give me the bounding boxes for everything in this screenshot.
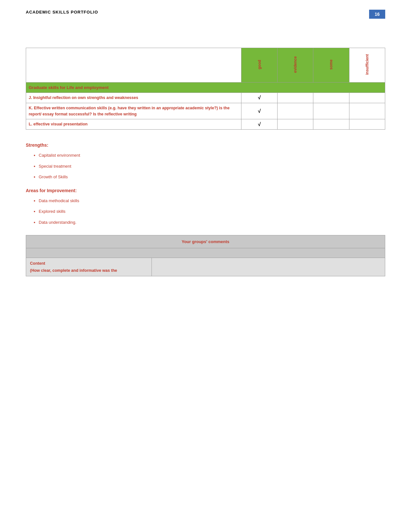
document-title: ACADEMIC SKILLS PORTFOLIO (26, 10, 98, 15)
list-item: Special treatment (39, 163, 385, 170)
comments-content-label: Content (How clear, complete and informa… (26, 258, 152, 276)
list-item: Explored skills (39, 208, 385, 215)
strengths-title: Strengths: (26, 143, 385, 148)
comments-table: Your groups' comments Content (How clear… (26, 235, 385, 276)
areas-section: Areas for Improvement: Data methodical s… (26, 188, 385, 226)
row-l-check-insufficient (349, 119, 385, 130)
col-header-evidence: evidence (277, 48, 313, 83)
areas-title: Areas for Improvement: (26, 188, 385, 193)
row-l-check-evidence (277, 119, 313, 130)
strengths-section: Strengths: Capitalist environment Specia… (26, 143, 385, 180)
list-item: Capitalist environment (39, 152, 385, 159)
row-k-check-evidence (277, 103, 313, 119)
row-j-check-some (313, 93, 349, 103)
list-item: Data methodical skills (39, 198, 385, 204)
table-row: K. Effective written communication skill… (26, 103, 385, 119)
table-row: L. effective visual presentation √ (26, 119, 385, 130)
page-number: 16 (369, 10, 385, 19)
list-item: Data understanding. (39, 219, 385, 226)
row-j-check-good: √ (241, 93, 277, 103)
comments-header-label: Your groups' comments (26, 235, 385, 248)
table-row: J. Insightful reflection on own strength… (26, 93, 385, 103)
col-header-good: good (241, 48, 277, 83)
row-k-check-good: √ (241, 103, 277, 119)
row-k-check-insufficient (349, 103, 385, 119)
row-l-label: L. effective visual presentation (26, 119, 241, 130)
skills-table: good evidence some insufficient Graduate (26, 48, 385, 130)
page-header: ACADEMIC SKILLS PORTFOLIO 16 (26, 10, 385, 19)
col-header-insufficient: insufficient (349, 48, 385, 83)
col-header-some: some (313, 48, 349, 83)
row-l-check-good: √ (241, 119, 277, 130)
comments-right-cell (152, 258, 385, 276)
section-header-label: Graduate skills for Life and employment (26, 83, 385, 93)
list-item: Growth of Skills (39, 174, 385, 180)
row-k-label: K. Effective written communication skill… (26, 103, 241, 119)
row-j-check-evidence (277, 93, 313, 103)
comments-header-row: Your groups' comments (26, 235, 385, 248)
row-k-check-some (313, 103, 349, 119)
page-container: ACADEMIC SKILLS PORTFOLIO 16 good eviden… (0, 0, 411, 532)
comments-content-row: Content (How clear, complete and informa… (26, 258, 385, 276)
areas-list: Data methodical skills Explored skills D… (26, 198, 385, 226)
row-l-check-some (313, 119, 349, 130)
row-j-label: J. Insightful reflection on own strength… (26, 93, 241, 103)
strengths-list: Capitalist environment Special treatment… (26, 152, 385, 180)
section-header-row: Graduate skills for Life and employment (26, 83, 385, 93)
comments-spacer-row (26, 248, 385, 258)
row-j-check-insufficient (349, 93, 385, 103)
